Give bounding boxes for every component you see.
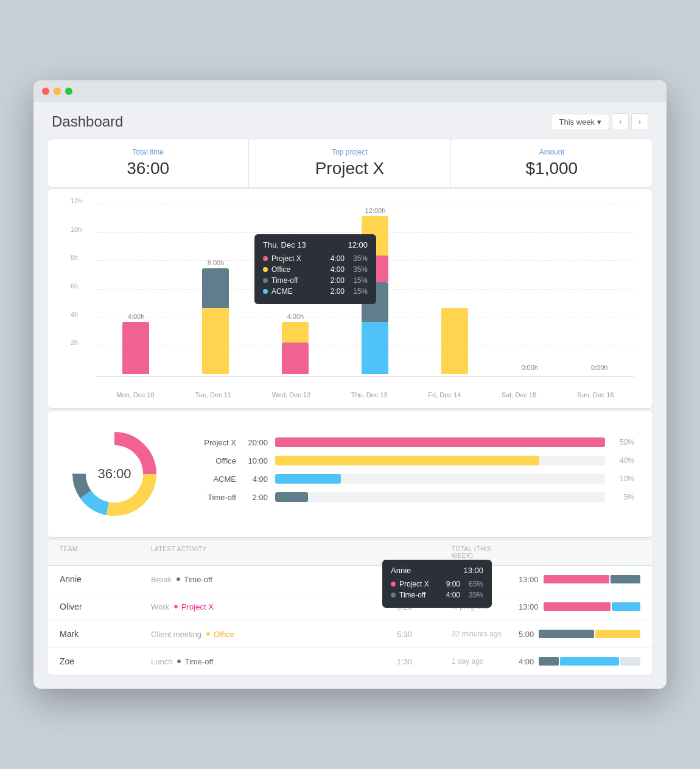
activity-project[interactable]: Project X: [181, 602, 214, 611]
chart-card: 12h10h8h6h4h2h 4:00h8:00h4:00h12:00h0:00…: [47, 189, 653, 409]
amount-label: Amount: [463, 148, 640, 156]
th-total: TOTAL (THIS WEEK): [452, 546, 513, 559]
tooltip-pct-acme: 15%: [348, 287, 368, 296]
team-rows: Annie Break Time-off 0:10 In progress 13…: [47, 566, 653, 675]
amount-stat: Amount $1,000: [451, 139, 653, 187]
project-bar-bg: [275, 492, 605, 502]
bar-group[interactable]: [441, 306, 468, 374]
mini-bar: [539, 630, 640, 638]
tooltip-val: 9:00: [441, 580, 460, 588]
tooltip-dot: [391, 582, 396, 586]
activity-dot: [174, 605, 178, 608]
bar-stack: [202, 268, 229, 374]
activity-type: Break: [151, 575, 172, 584]
week-label: This week: [559, 117, 595, 127]
project-row: Time-off 2:00 5%: [187, 492, 634, 502]
annie-tooltip-row: Time-off 4:00 35%: [391, 591, 483, 599]
bar-top-label: 4:00h: [287, 313, 304, 320]
tooltip-row-office: Office 4:00 35%: [263, 265, 368, 274]
mini-bar: [539, 657, 640, 666]
project-time: 10:00: [243, 456, 268, 465]
annie-tooltip-header: Annie 13:00: [391, 566, 483, 575]
annie-total: 13:00: [463, 566, 483, 575]
activity-dot: [177, 577, 180, 581]
activity-status: 32 minutes ago: [452, 630, 513, 638]
week-selector-button[interactable]: This week ▾: [551, 114, 609, 130]
activity-project[interactable]: Time-off: [184, 575, 212, 584]
project-bar-bg: [275, 437, 605, 447]
mini-bar-segment: [595, 630, 640, 638]
project-row: Project X 20:00 50%: [187, 437, 634, 447]
tooltip-name-timeoff: Time-off: [271, 276, 321, 285]
chart-tooltip: Thu, Dec 13 12:00 Project X 4:00 35% Off…: [254, 234, 376, 304]
main-window: Dashboard This week ▾ ‹ › Total time 36:…: [33, 80, 667, 689]
activity-project[interactable]: Office: [214, 630, 234, 639]
x-label: Tue, Dec 11: [195, 391, 231, 398]
total-time-label: Total time: [60, 148, 236, 156]
team-member-name: Mark: [60, 629, 145, 639]
prev-week-button[interactable]: ‹: [612, 113, 629, 130]
top-project-stat: Top project Project X: [249, 139, 450, 187]
bar-group[interactable]: 8:00h: [202, 259, 229, 374]
x-label: Thu, Dec 13: [351, 391, 388, 398]
titlebar: [33, 80, 667, 102]
bar-top-label: 0:00h: [591, 364, 608, 371]
table-row: Oliver Work Project X 5:20 In progress 1…: [47, 593, 653, 621]
chevron-down-icon: ▾: [597, 117, 601, 127]
mini-bar-segment: [539, 657, 559, 666]
bar-group[interactable]: 0:00h: [521, 364, 538, 374]
bar-segment: [282, 343, 309, 374]
tooltip-name-office: Office: [271, 265, 321, 274]
tooltip-name: Project X: [399, 580, 437, 588]
total-time-value: 36:00: [60, 159, 236, 178]
annie-tooltip: Annie 13:00 Project X 9:00 65% Time-off …: [382, 560, 492, 608]
tooltip-val-office: 4:00: [325, 265, 345, 274]
tooltip-name-acme: ACME: [271, 287, 321, 296]
total-col: 5:00: [519, 630, 640, 639]
tooltip-row-acme: ACME 2:00 15%: [263, 287, 368, 296]
week-controls: This week ▾ ‹ ›: [551, 113, 648, 130]
main-content: Total time 36:00 Top project Project X A…: [33, 139, 667, 689]
project-row: Office 10:00 40%: [187, 456, 634, 465]
tooltip-name-projectx: Project X: [271, 254, 321, 263]
bar-segment: [202, 308, 229, 374]
bar-group[interactable]: 4:00h: [122, 313, 149, 374]
project-time: 2:00: [243, 493, 268, 502]
top-project-value: Project X: [261, 159, 438, 178]
bottom-stats-card: 36:00 Project X 20:00 50% Office 10:00 4…: [47, 410, 653, 538]
maximize-btn[interactable]: [65, 88, 72, 95]
tooltip-total: 12:00: [348, 240, 368, 249]
table-row: Mark Client meeting Office 5:30 32 minut…: [47, 621, 653, 648]
tooltip-header: Thu, Dec 13 12:00: [263, 240, 368, 249]
tooltip-val-projectx: 4:00: [325, 254, 345, 263]
project-pct: 40%: [612, 456, 634, 465]
project-time: 20:00: [243, 438, 268, 447]
project-bars: Project X 20:00 50% Office 10:00 40% ACM…: [187, 437, 634, 510]
activity-cell: Work Project X: [151, 602, 391, 611]
th-activity: LATEST ACTIVITY: [151, 546, 391, 559]
activity-dot: [206, 632, 210, 636]
bar-top-label: 0:00h: [521, 364, 538, 371]
tooltip-pct-timeoff: 15%: [348, 276, 368, 285]
bar-segment: [202, 268, 229, 308]
tooltip-name: Time-off: [399, 591, 437, 599]
activity-project[interactable]: Time-off: [184, 657, 213, 666]
tooltip-row-timeoff: Time-off 2:00 15%: [263, 276, 368, 285]
next-week-button[interactable]: ›: [631, 113, 648, 130]
team-card: TEAM LATEST ACTIVITY TOTAL (THIS WEEK) A…: [47, 539, 653, 675]
x-label: Mon, Dec 10: [116, 391, 154, 398]
project-bar-fill: [275, 492, 308, 502]
bar-group[interactable]: 4:00h: [282, 313, 309, 374]
project-name: ACME: [187, 475, 236, 484]
annie-name: Annie: [391, 566, 411, 575]
bar-segment: [441, 308, 468, 374]
team-member-name: Annie: [60, 574, 145, 584]
tooltip-val-acme: 2:00: [325, 287, 345, 296]
close-btn[interactable]: [42, 88, 49, 95]
y-label: 2h: [71, 339, 78, 346]
minimize-btn[interactable]: [54, 88, 61, 95]
x-label: Sat, Dec 15: [502, 391, 536, 398]
bar-group[interactable]: 0:00h: [591, 364, 608, 374]
bar-segment: [362, 322, 388, 374]
project-bar-fill: [275, 474, 341, 484]
